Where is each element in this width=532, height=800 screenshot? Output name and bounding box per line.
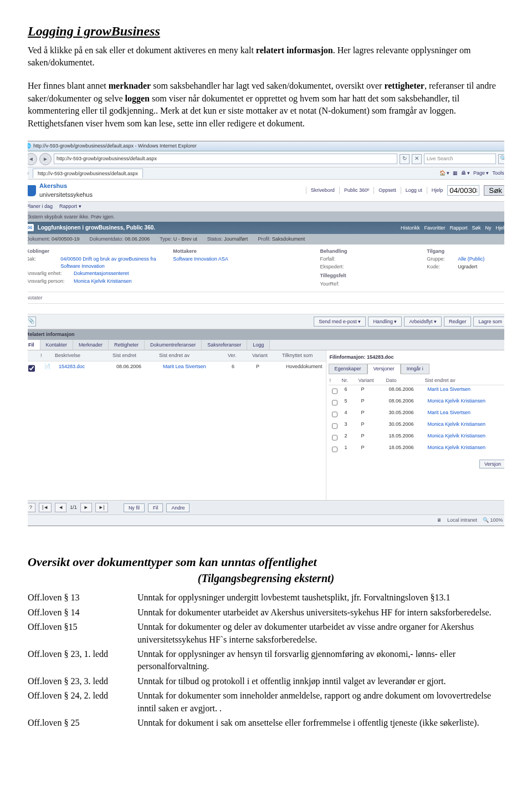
tab-dokumentreferanser[interactable]: Dokumentreferanser bbox=[145, 340, 202, 350]
tab-rettigheter[interactable]: Rettigheter bbox=[109, 340, 145, 350]
ver-editor-link[interactable]: Marit Lea Sivertsen bbox=[428, 409, 471, 420]
header-link-sok[interactable]: Søk bbox=[472, 225, 480, 232]
ver-checkbox[interactable] bbox=[332, 434, 337, 441]
mottaker-link[interactable]: Software Innovation ASA bbox=[173, 256, 228, 263]
sak-label: Sak: bbox=[28, 256, 57, 269]
nav-back-button[interactable]: ◄ bbox=[28, 153, 37, 165]
brand-subtitle: universitetssykehus bbox=[39, 191, 93, 199]
fi-tab-inngaari[interactable]: Inngår i bbox=[401, 364, 429, 374]
expand-icon[interactable]: 📎 bbox=[28, 317, 36, 327]
header-link-hjelp[interactable]: Hjelp bbox=[495, 225, 504, 232]
version-row[interactable]: 1P18.05.2006Monica Kjelvik Kristiansen bbox=[329, 444, 504, 455]
law-row: Off.loven § 25Unntak for dokument i sak … bbox=[28, 716, 504, 730]
vh-nr: Nr. bbox=[342, 377, 353, 384]
topnav-hjelp[interactable]: Hjelp bbox=[427, 187, 443, 194]
menu-planer[interactable]: Planer i dag bbox=[28, 203, 53, 210]
fi-tab-egenskaper[interactable]: Egenskaper bbox=[329, 364, 367, 374]
law-description: Unntak for opplysninger av hensyn til fo… bbox=[137, 647, 504, 674]
andre-button[interactable]: Andre bbox=[166, 503, 190, 512]
menu-rapport[interactable]: Rapport ▾ bbox=[59, 203, 81, 210]
tab-merknader[interactable]: Merknader bbox=[73, 340, 109, 350]
arbeidsflyt-button[interactable]: Arbeidsflyt ▾ bbox=[404, 317, 442, 327]
law-label: Off.loven § 23, 3. ledd bbox=[28, 674, 137, 689]
ver-editor-link[interactable]: Monica Kjelvik Kristiansen bbox=[428, 444, 486, 455]
fi-tab-versjoner[interactable]: Versjoner bbox=[367, 364, 401, 374]
topnav-oppsett[interactable]: Oppsett bbox=[374, 187, 396, 194]
nav-forward-button[interactable]: ► bbox=[39, 153, 52, 165]
browser-search-input[interactable]: Live Search bbox=[424, 154, 496, 164]
lagre-som-button[interactable]: Lagre som bbox=[473, 317, 504, 327]
header-link-historikk[interactable]: Historikk bbox=[401, 225, 420, 232]
version-row[interactable]: 4P30.05.2006Marit Lea Sivertsen bbox=[329, 409, 504, 420]
version-row[interactable]: 5P08.06.2006Monica Kjelvik Kristiansen bbox=[329, 397, 504, 409]
topnav-public360[interactable]: Public 360º bbox=[339, 187, 369, 194]
top-search-button[interactable]: Søk bbox=[484, 185, 504, 196]
ver-variant: P bbox=[361, 398, 383, 408]
forfall-label: Forfall: bbox=[320, 256, 364, 263]
header-link-ny[interactable]: Ny bbox=[485, 225, 491, 232]
nyfil-button[interactable]: Ny fil bbox=[124, 503, 145, 512]
tab-fil[interactable]: Fil bbox=[28, 340, 40, 350]
person-link[interactable]: Monica Kjelvik Kristiansen bbox=[74, 278, 132, 285]
file-name-link[interactable]: 154283.doc bbox=[59, 363, 109, 374]
search-go-icon[interactable]: 🔍 bbox=[498, 154, 504, 164]
zoom-label[interactable]: 🔍 100% ▾ bbox=[483, 517, 504, 524]
ver-checkbox[interactable] bbox=[332, 422, 337, 430]
top-search-input[interactable] bbox=[447, 185, 479, 196]
koblinger-header: Koblinger bbox=[28, 248, 160, 255]
pager-last[interactable]: ►| bbox=[95, 503, 108, 512]
app-screenshot: 🌐 http://v-593-growb/growbusiness/defaul… bbox=[28, 141, 504, 526]
tab-kontakter[interactable]: Kontakter bbox=[40, 340, 74, 350]
ver-checkbox[interactable] bbox=[332, 388, 337, 395]
tab-logg[interactable]: Logg bbox=[247, 340, 270, 350]
ver-checkbox[interactable] bbox=[332, 446, 337, 453]
favorites-icon[interactable]: ☆ bbox=[28, 170, 29, 177]
page-menu[interactable]: Page ▾ bbox=[473, 170, 489, 177]
enhet-link[interactable]: Dokumentasjonssenteret bbox=[74, 270, 129, 277]
file-checkbox[interactable] bbox=[28, 365, 35, 372]
fil-button[interactable]: Fil bbox=[148, 503, 163, 512]
ver-checkbox[interactable] bbox=[332, 411, 337, 418]
handling-button[interactable]: Handling ▾ bbox=[368, 317, 402, 327]
address-bar[interactable]: http://v-593-growb/growbusiness/default.… bbox=[54, 154, 397, 164]
brand-name: Akershus bbox=[39, 182, 93, 190]
law-label: Off.loven § 24, 2. ledd bbox=[28, 689, 137, 716]
rediger-button[interactable]: Rediger bbox=[444, 317, 472, 327]
ver-variant: P bbox=[361, 409, 383, 420]
law-label: Off.loven § 23, 1. ledd bbox=[28, 647, 137, 674]
pager-next[interactable]: ► bbox=[80, 503, 92, 512]
flh-variant: Variant bbox=[252, 352, 274, 359]
print-button[interactable]: 🖶 ▾ bbox=[461, 170, 470, 177]
send-epost-button[interactable]: Send med e-post ▾ bbox=[314, 317, 366, 327]
version-row[interactable]: 3P30.05.2006Monica Kjelvik Kristiansen bbox=[329, 420, 504, 432]
ver-editor-link[interactable]: Monica Kjelvik Kristiansen bbox=[428, 398, 486, 408]
versjon-button[interactable]: Versjon bbox=[479, 460, 504, 468]
browser-tab[interactable]: http://v-593-growb/growbusiness/default.… bbox=[33, 169, 143, 179]
home-button[interactable]: 🏠 ▾ bbox=[439, 170, 449, 177]
ver-checkbox[interactable] bbox=[332, 399, 337, 406]
ver-editor-link[interactable]: Monica Kjelvik Kristiansen bbox=[428, 432, 486, 443]
tools-menu[interactable]: Tools ▾ bbox=[492, 170, 504, 177]
refresh-icon[interactable]: ↻ bbox=[400, 154, 410, 164]
topnav-skrivebord[interactable]: Skrivebord bbox=[306, 187, 335, 194]
pager-help-icon[interactable]: ? bbox=[28, 503, 35, 512]
pager-prev[interactable]: ◄ bbox=[55, 503, 66, 512]
pager-first[interactable]: |◄ bbox=[39, 503, 52, 512]
zone-icon: 🖥 bbox=[437, 517, 442, 524]
topnav-loggut[interactable]: Logg ut bbox=[401, 187, 422, 194]
ver-editor-link[interactable]: Marit Lea Sivertsen bbox=[428, 386, 471, 396]
tab-saksreferanser[interactable]: Saksreferanser bbox=[202, 340, 247, 350]
flh-mark: ! bbox=[40, 352, 47, 359]
version-row[interactable]: 6P08.06.2006Marit Lea Sivertsen bbox=[329, 385, 504, 397]
file-variant: P bbox=[256, 363, 278, 374]
file-row[interactable]: 📄 154283.doc 08.06.2006 Marit Lea Sivert… bbox=[28, 361, 326, 375]
ver-editor-link[interactable]: Monica Kjelvik Kristiansen bbox=[428, 421, 486, 431]
file-editor-link[interactable]: Marit Lea Sivertsen bbox=[163, 363, 224, 374]
version-row[interactable]: 2P18.05.2006Monica Kjelvik Kristiansen bbox=[329, 432, 504, 444]
header-link-favoritter[interactable]: Favoritter bbox=[424, 225, 445, 232]
stop-icon[interactable]: ✕ bbox=[412, 154, 422, 164]
intro-paragraph: Ved å klikke på en sak eller et dokument… bbox=[28, 44, 504, 69]
feeds-button[interactable]: ▦ bbox=[453, 170, 458, 177]
sak-link[interactable]: 04/00500 Drift og bruk av growBusiness f… bbox=[60, 256, 160, 269]
header-link-rapport[interactable]: Rapport bbox=[449, 225, 467, 232]
